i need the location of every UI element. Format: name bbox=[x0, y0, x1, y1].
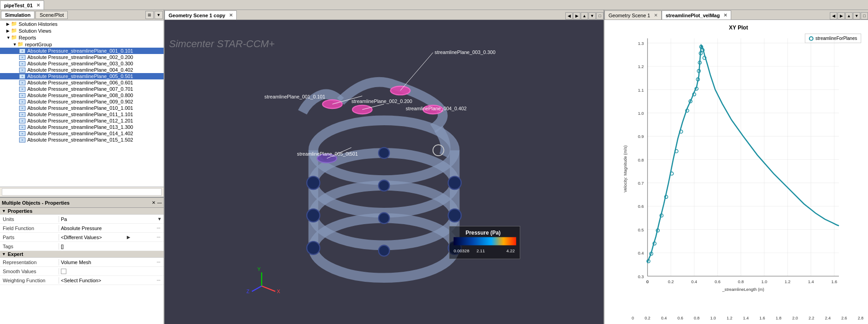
svg-text:0.4: 0.4 bbox=[691, 280, 697, 284]
props-value-smooth-values[interactable] bbox=[59, 268, 164, 275]
nav-prev[interactable]: ◀ bbox=[830, 12, 837, 20]
x-label: 0.2 bbox=[645, 316, 651, 320]
weighting-value: <Select Function> bbox=[61, 278, 101, 283]
properties-panel: Multiple Objects - Properties ✕ — ▼ Prop… bbox=[0, 197, 164, 324]
svg-text:1.6: 1.6 bbox=[831, 280, 837, 284]
file-icon: ≡ bbox=[19, 99, 25, 104]
tree-item-6[interactable]: ≡Absolute Pressure_streamlinePlane_002_0… bbox=[0, 54, 164, 60]
nav-next[interactable]: ▶ bbox=[573, 12, 580, 20]
tab-simulation[interactable]: Simulation bbox=[1, 11, 35, 19]
nav-down[interactable]: ▼ bbox=[589, 12, 596, 20]
parts-dots[interactable]: ··· bbox=[155, 235, 162, 240]
svg-text:0.2: 0.2 bbox=[668, 280, 674, 284]
props-close-btn[interactable]: ✕ bbox=[152, 200, 155, 205]
x-label: 0.4 bbox=[661, 316, 667, 320]
tree-item-17[interactable]: ≡Absolute Pressure_streamlinePlane_013_1… bbox=[0, 124, 164, 130]
nav-down[interactable]: ▼ bbox=[853, 12, 860, 20]
main-tab-piptest[interactable]: pipeTest_01 ✕ bbox=[0, 0, 44, 10]
nav-up[interactable]: ▲ bbox=[845, 12, 853, 20]
props-value-weighting[interactable]: <Select Function> ··· bbox=[59, 277, 164, 284]
tree-label: Reports bbox=[19, 35, 36, 40]
props-min-btn[interactable]: — bbox=[157, 200, 162, 205]
tab-streamline-plot[interactable]: streamlinePlot_velMag ✕ bbox=[662, 10, 731, 20]
tree-label: Absolute Pressure_streamlinePlane_011_1.… bbox=[27, 112, 133, 117]
tree-area[interactable]: ▶ 📁 Solution Histories ▶ 📁 Solution View… bbox=[0, 20, 164, 187]
props-value-tags[interactable]: [] bbox=[59, 243, 164, 250]
tree-item-14[interactable]: ≡Absolute Pressure_streamlinePlane_010_1… bbox=[0, 105, 164, 111]
tree-item-8[interactable]: ≡Absolute Pressure_streamlinePlane_004_0… bbox=[0, 67, 164, 73]
svg-text:0.5: 0.5 bbox=[638, 228, 644, 232]
representation-dots[interactable]: ··· bbox=[155, 260, 162, 265]
scene-nav-arrows: ◀ ▶ ▲ ▼ □ bbox=[565, 12, 604, 20]
x-label: 0.6 bbox=[678, 316, 683, 320]
tab-geometry-scene-1[interactable]: Geometry Scene 1 ✕ bbox=[604, 10, 662, 20]
tree-item-reports[interactable]: ▼ 📁 Reports bbox=[0, 34, 164, 41]
tree-item-15[interactable]: ≡Absolute Pressure_streamlinePlane_011_1… bbox=[0, 111, 164, 118]
tree-item-18[interactable]: ≡Absolute Pressure_streamlinePlane_014_1… bbox=[0, 130, 164, 137]
search-bar bbox=[0, 187, 164, 197]
svg-point-10 bbox=[448, 177, 461, 190]
svg-text:0.8: 0.8 bbox=[638, 158, 644, 162]
nav-up[interactable]: ▲ bbox=[581, 12, 588, 20]
tree-item-5[interactable]: ≡Absolute Pressure_streamlinePlane_001_0… bbox=[0, 48, 164, 54]
tree-item-12[interactable]: ≡Absolute Pressure_streamlinePlane_008_0… bbox=[0, 92, 164, 98]
nav-next[interactable]: ▶ bbox=[838, 12, 845, 20]
tree-item-7[interactable]: ≡Absolute Pressure_streamlinePlane_003_0… bbox=[0, 60, 164, 67]
units-dropdown[interactable]: ▼ bbox=[157, 216, 162, 221]
folder-icon: 📁 bbox=[11, 21, 17, 27]
lp-icon-grid[interactable]: ⊞ bbox=[145, 11, 154, 19]
file-icon: ≡ bbox=[19, 61, 25, 66]
props-label-smooth-values: Smooth Values bbox=[0, 268, 59, 275]
scene-canvas[interactable]: Simcenter STAR-CCM+ bbox=[165, 20, 604, 324]
search-input[interactable] bbox=[2, 188, 162, 196]
nav-restore[interactable]: □ bbox=[861, 12, 868, 20]
props-value-parts[interactable]: <Different Values> ▶ ··· bbox=[59, 234, 164, 241]
tree-label: Absolute Pressure_streamlinePlane_012_1.… bbox=[27, 118, 133, 123]
field-function-dots[interactable]: ··· bbox=[155, 226, 162, 231]
folder-icon: 📁 bbox=[17, 41, 24, 47]
lp-icon-arrow[interactable]: ▼ bbox=[155, 11, 163, 19]
props-value-units[interactable]: Pa ▼ bbox=[59, 216, 164, 222]
right-panel: Geometry Scene 1 ✕ streamlinePlot_velMag… bbox=[604, 10, 868, 324]
props-title: Multiple Objects - Properties bbox=[2, 200, 152, 206]
svg-text:0.6: 0.6 bbox=[714, 280, 720, 284]
file-icon: ≡ bbox=[19, 49, 25, 54]
props-value-representation[interactable]: Volume Mesh ··· bbox=[59, 259, 164, 265]
tree-item-report-group[interactable]: ▼ 📁 reportGroup bbox=[0, 41, 164, 48]
tree-item-solution-views[interactable]: ▶ 📁 Solution Views bbox=[0, 27, 164, 34]
tree-label: Absolute Pressure_streamlinePlane_003_0.… bbox=[27, 61, 133, 66]
tree-item-10[interactable]: ≡Absolute Pressure_streamlinePlane_006_0… bbox=[0, 79, 164, 86]
tree-item-13[interactable]: ≡Absolute Pressure_streamlinePlane_009_0… bbox=[0, 98, 164, 105]
x-label: 0 bbox=[632, 316, 634, 320]
right-tab-bar: Geometry Scene 1 ✕ streamlinePlot_velMag… bbox=[604, 10, 868, 20]
props-section-properties: ▼ Properties bbox=[0, 208, 164, 215]
file-icon: ≡ bbox=[19, 55, 25, 60]
parts-arrow[interactable]: ▶ bbox=[127, 235, 130, 240]
tab-close[interactable]: ✕ bbox=[654, 13, 658, 18]
file-icon: ≡ bbox=[19, 87, 25, 92]
nav-restore[interactable]: □ bbox=[596, 12, 604, 20]
tree-item-11[interactable]: ≡Absolute Pressure_streamlinePlane_007_0… bbox=[0, 86, 164, 92]
tab-label: Geometry Scene 1 bbox=[609, 13, 650, 18]
svg-text:1.2: 1.2 bbox=[785, 280, 791, 284]
tree-item-19[interactable]: ≡Absolute Pressure_streamlinePlane_015_1… bbox=[0, 137, 164, 143]
tree-label: Absolute Pressure_streamlinePlane_008_0.… bbox=[27, 93, 133, 98]
main-tab-close[interactable]: ✕ bbox=[36, 3, 40, 8]
tab-close[interactable]: ✕ bbox=[723, 13, 727, 18]
props-value-field-function[interactable]: Absolute Pressure ··· bbox=[59, 225, 164, 231]
smooth-values-checkbox[interactable] bbox=[61, 269, 66, 274]
tree-item-16[interactable]: ≡Absolute Pressure_streamlinePlane_012_1… bbox=[0, 118, 164, 124]
tree-item-solution-histories[interactable]: ▶ 📁 Solution Histories bbox=[0, 20, 164, 27]
center-tab-bar: Geometry Scene 1 copy ✕ ◀ ▶ ▲ ▼ □ bbox=[165, 10, 604, 20]
tab-label: streamlinePlot_velMag bbox=[666, 13, 720, 18]
nav-prev[interactable]: ◀ bbox=[565, 12, 573, 20]
svg-text:1.4: 1.4 bbox=[808, 280, 814, 284]
tree-label: Absolute Pressure_streamlinePlane_006_0.… bbox=[27, 80, 133, 85]
tree-item-9[interactable]: ≡Absolute Pressure_streamlinePlane_005_0… bbox=[0, 73, 164, 79]
tab-geometry-scene-copy[interactable]: Geometry Scene 1 copy ✕ bbox=[165, 10, 237, 20]
tree-label: Absolute Pressure_streamlinePlane_014_1.… bbox=[27, 131, 133, 136]
folder-icon: 📁 bbox=[11, 34, 17, 40]
weighting-dots[interactable]: ··· bbox=[155, 278, 162, 283]
tab-close[interactable]: ✕ bbox=[229, 13, 233, 18]
tab-scene-plot[interactable]: Scene/Plot bbox=[35, 11, 68, 19]
